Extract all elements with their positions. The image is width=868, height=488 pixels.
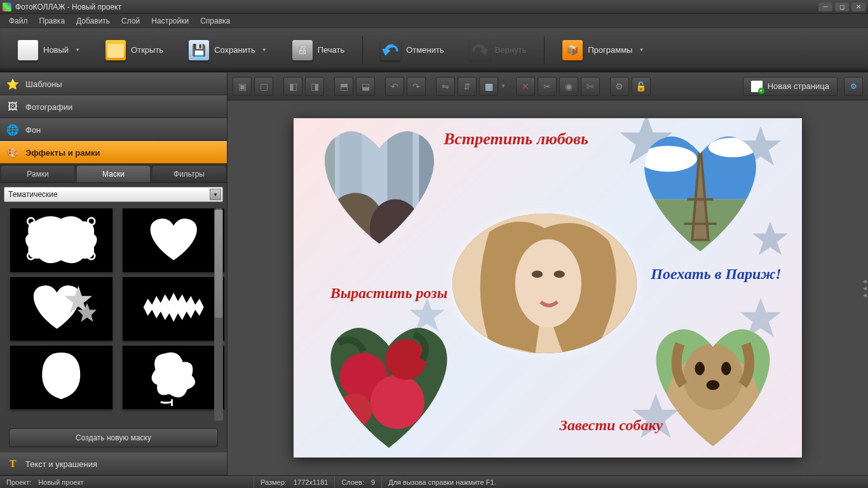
new-file-icon bbox=[18, 40, 38, 60]
chevron-down-icon: ▼ bbox=[639, 47, 644, 53]
status-layers: Слоев: 9 bbox=[335, 476, 382, 488]
rotate-right-button[interactable]: ↷ bbox=[407, 77, 426, 96]
rotate-left-button[interactable]: ↶ bbox=[385, 77, 404, 96]
scrollbar-thumb[interactable] bbox=[215, 210, 222, 318]
chevron-down-icon: ▼ bbox=[210, 189, 221, 200]
collage-heart-dog[interactable] bbox=[630, 309, 796, 458]
undo-button[interactable]: Отменить bbox=[374, 36, 450, 64]
page-gear-icon: ⚙ bbox=[850, 82, 857, 91]
canvas-area: ▣ ▢ ◧ ◨ ⬒ ⬓ ↶ ↷ ⇋ ⇵ ▦ ▼ ✕ ✂ ◉ ✄ ⚙ 🔓 bbox=[227, 72, 868, 475]
open-button[interactable]: Открыть bbox=[99, 36, 170, 64]
menu-bar: Файл Правка Добавить Слой Настройки Спра… bbox=[0, 14, 868, 28]
collage-text-roses[interactable]: Вырастить розы bbox=[319, 285, 459, 302]
svg-point-13 bbox=[639, 146, 697, 172]
menu-help[interactable]: Справка bbox=[195, 15, 235, 27]
scrollbar[interactable] bbox=[214, 208, 223, 421]
chevron-down-icon: ▼ bbox=[262, 47, 267, 53]
save-button[interactable]: Сохранить ▼ bbox=[182, 36, 273, 64]
menu-add[interactable]: Добавить bbox=[71, 15, 115, 27]
delete-button[interactable]: ✕ bbox=[516, 77, 535, 96]
redo-button[interactable]: Вернуть bbox=[463, 36, 533, 64]
cut-button[interactable]: ✄ bbox=[581, 77, 600, 96]
canvas-toolbar: ▣ ▢ ◧ ◨ ⬒ ⬓ ↶ ↷ ⇋ ⇵ ▦ ▼ ✕ ✂ ◉ ✄ ⚙ 🔓 bbox=[227, 72, 868, 100]
bring-forward-button[interactable]: ▣ bbox=[233, 77, 252, 96]
panel-collapse-handle[interactable]: ◄◄◄ bbox=[862, 262, 868, 313]
collage-text-love[interactable]: Встретить любовь bbox=[433, 130, 599, 149]
gear-button[interactable]: ⚙ bbox=[610, 77, 629, 96]
print-button[interactable]: Печать bbox=[286, 36, 351, 64]
mask-thumbnail[interactable] bbox=[10, 346, 112, 409]
programs-button[interactable]: Программы ▼ bbox=[556, 36, 650, 64]
new-page-button[interactable]: Новая страница bbox=[743, 77, 837, 96]
box-icon bbox=[562, 40, 583, 60]
mask-thumbnail[interactable] bbox=[123, 346, 225, 409]
collage-heart-paris[interactable] bbox=[618, 118, 783, 264]
svg-point-26 bbox=[683, 344, 743, 410]
status-bar: Проект: Новый проект Размер: 1772x1181 С… bbox=[0, 475, 868, 488]
left-panel: ⭐ Шаблоны 🖼 Фотографии 🌐 Фон 🎨 Эффекты и… bbox=[0, 72, 227, 475]
mask-thumbnail[interactable] bbox=[10, 208, 112, 272]
page-settings-button[interactable]: ⚙ bbox=[844, 77, 863, 96]
app-icon bbox=[3, 3, 11, 11]
fit-button[interactable]: ▦ bbox=[479, 77, 498, 96]
collage-heart-roses[interactable] bbox=[300, 309, 478, 458]
svg-point-28 bbox=[721, 362, 731, 376]
palette-icon: 🎨 bbox=[6, 146, 19, 159]
svg-point-10 bbox=[370, 200, 421, 257]
align-left-button[interactable]: ◧ bbox=[283, 77, 302, 96]
menu-file[interactable]: Файл bbox=[4, 15, 33, 27]
mask-thumbnail[interactable] bbox=[10, 277, 112, 341]
mask-thumbnail[interactable] bbox=[123, 208, 225, 272]
menu-settings[interactable]: Настройки bbox=[146, 15, 194, 27]
align-right-button[interactable]: ◨ bbox=[305, 77, 324, 96]
svg-point-23 bbox=[338, 393, 372, 427]
undo-icon bbox=[381, 40, 401, 60]
status-project: Проект: Новый проект bbox=[0, 476, 254, 488]
sidebar-item-effects[interactable]: 🎨 Эффекты и рамки bbox=[0, 141, 227, 164]
svg-rect-7 bbox=[388, 118, 413, 212]
sidebar-item-text[interactable]: T Текст и украшения bbox=[0, 452, 227, 475]
lock-button[interactable]: 🔓 bbox=[632, 77, 651, 96]
tab-frames[interactable]: Рамки bbox=[1, 166, 74, 182]
align-bottom-button[interactable]: ⬓ bbox=[356, 77, 375, 96]
chevron-down-icon: ▼ bbox=[75, 47, 80, 53]
sidebar-item-background[interactable]: 🌐 Фон bbox=[0, 118, 227, 141]
save-icon bbox=[189, 40, 209, 60]
page-plus-icon bbox=[751, 81, 763, 92]
canvas[interactable]: Встретить любовь Поехать в Париж! Выраст… bbox=[227, 100, 868, 475]
svg-point-21 bbox=[370, 375, 424, 429]
send-backward-button[interactable]: ▢ bbox=[254, 77, 273, 96]
new-button[interactable]: Новый ▼ bbox=[11, 36, 86, 64]
flip-v-button[interactable]: ⇵ bbox=[458, 77, 477, 96]
minimize-button[interactable]: ─ bbox=[818, 3, 832, 11]
svg-point-18 bbox=[553, 271, 564, 278]
flip-h-button[interactable]: ⇋ bbox=[436, 77, 455, 96]
tab-masks[interactable]: Маски bbox=[77, 166, 150, 182]
page[interactable]: Встретить любовь Поехать в Париж! Выраст… bbox=[294, 118, 802, 458]
create-mask-button[interactable]: Создать новую маску bbox=[9, 428, 218, 447]
globe-icon: 🌐 bbox=[6, 123, 19, 136]
svg-point-1 bbox=[88, 218, 95, 225]
print-icon bbox=[292, 40, 313, 60]
svg-point-16 bbox=[515, 240, 581, 328]
mask-thumbnail[interactable] bbox=[123, 277, 225, 341]
crop-button[interactable]: ✂ bbox=[538, 77, 557, 96]
color-button[interactable]: ◉ bbox=[559, 77, 578, 96]
collage-oval-portrait[interactable] bbox=[452, 214, 637, 353]
menu-edit[interactable]: Правка bbox=[34, 15, 71, 27]
collage-text-dog[interactable]: Завести собаку bbox=[548, 417, 675, 435]
mask-category-select[interactable]: Тематические ▼ bbox=[4, 187, 223, 202]
close-button[interactable]: ✕ bbox=[851, 3, 865, 11]
tab-filters[interactable]: Фильтры bbox=[153, 166, 226, 182]
text-icon: T bbox=[6, 458, 19, 470]
svg-point-22 bbox=[386, 339, 426, 380]
collage-text-paris[interactable]: Поехать в Париж! bbox=[637, 266, 796, 283]
main-toolbar: Новый ▼ Открыть Сохранить ▼ Печать Отмен… bbox=[0, 28, 868, 72]
maximize-button[interactable]: ◻ bbox=[835, 3, 849, 11]
photo-icon: 🖼 bbox=[6, 100, 19, 113]
svg-point-17 bbox=[532, 271, 543, 278]
align-top-button[interactable]: ⬒ bbox=[334, 77, 353, 96]
sidebar-item-templates[interactable]: ⭐ Шаблоны bbox=[0, 72, 227, 95]
menu-layer[interactable]: Слой bbox=[116, 15, 145, 27]
sidebar-item-photos[interactable]: 🖼 Фотографии bbox=[0, 95, 227, 118]
